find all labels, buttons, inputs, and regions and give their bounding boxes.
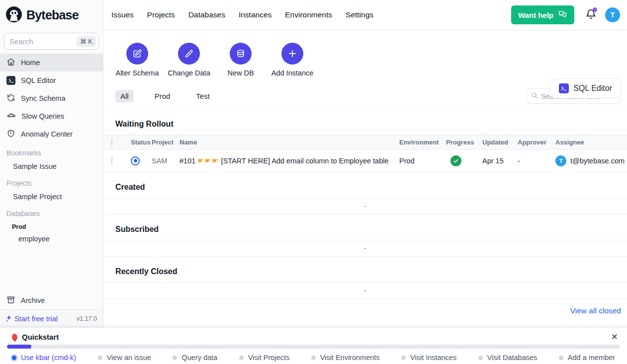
issue-approver: - xyxy=(518,157,555,165)
sidebar-section-bookmarks: Bookmarks xyxy=(0,143,103,159)
step-dot-icon xyxy=(311,356,316,360)
sidebar-item-sql-editor[interactable]: SQL Editor xyxy=(0,72,103,89)
start-free-trial-link[interactable]: Start free trial xyxy=(5,314,58,324)
sidebar-search[interactable]: ⌘ K xyxy=(4,33,99,50)
change-data-button[interactable]: Change Data xyxy=(167,43,211,77)
user-avatar[interactable]: T xyxy=(605,7,620,22)
pencil-icon xyxy=(178,43,200,65)
search-input[interactable] xyxy=(9,37,77,46)
step-dot-icon xyxy=(98,356,102,360)
sidebar-item-home[interactable]: Home xyxy=(0,54,103,72)
sql-editor-button[interactable]: SQL Editor xyxy=(550,78,621,98)
content: Alter Schema Change Data New DB xyxy=(103,30,627,328)
column-header: Project xyxy=(152,139,179,146)
main-area: Issues Projects Databases Instances Envi… xyxy=(103,0,627,328)
nav-issues[interactable]: Issues xyxy=(111,10,134,19)
assignee-email: t@bytebase.com xyxy=(570,157,625,165)
quickstart-link-query-data[interactable]: Query data xyxy=(173,354,217,362)
sidebar-item-label: Anomaly Center xyxy=(21,130,73,138)
created-empty: - xyxy=(103,198,627,215)
brand-name: Bytebase xyxy=(26,8,79,22)
tabs-row: All Prod Test xyxy=(103,88,627,109)
quickstart-links: Use kbar (cmd-k) View an issue Query dat… xyxy=(0,349,627,362)
action-label: Change Data xyxy=(168,69,210,77)
sidebar-item-label: SQL Editor xyxy=(21,76,56,84)
env-tabs: All Prod Test xyxy=(115,90,215,102)
tab-test[interactable]: Test xyxy=(191,90,215,102)
sidebar-bottom: Archive Start free trial v1.17.0 xyxy=(0,291,103,328)
step-dot-icon xyxy=(173,356,177,360)
turtle-icon xyxy=(6,111,16,122)
quickstart-link-visit-environments[interactable]: Visit Environments xyxy=(311,354,380,362)
balloon-icon xyxy=(12,334,17,341)
row-checkbox[interactable] xyxy=(111,156,112,165)
app: Bytebase ⌘ K Home SQL Editor Sync Schema xyxy=(0,0,627,328)
sidebar-item-archive[interactable]: Archive xyxy=(0,291,103,309)
sidebar-item-sample-project[interactable]: Sample Project xyxy=(0,190,103,204)
view-all-closed-link[interactable]: View all closed xyxy=(570,306,621,315)
sidebar: Bytebase ⌘ K Home SQL Editor Sync Schema xyxy=(0,0,103,328)
terminal-icon xyxy=(6,76,15,85)
nav-projects[interactable]: Projects xyxy=(147,10,175,19)
column-header: Assignee xyxy=(555,139,627,146)
issue-updated: Apr 15 xyxy=(482,157,518,165)
assignee-avatar: T xyxy=(555,155,566,166)
notification-bell-icon[interactable] xyxy=(585,8,597,21)
sidebar-section-projects: Projects xyxy=(0,173,103,190)
column-header: Status xyxy=(131,139,152,146)
recently-closed-empty: - xyxy=(103,283,627,299)
sidebar-item-label: Archive xyxy=(21,296,45,304)
section-title-waiting-rollout: Waiting Rollout xyxy=(103,109,627,135)
add-instance-button[interactable]: Add Instance xyxy=(270,43,314,77)
issue-table-header: Status Project Name Environment Progress… xyxy=(103,135,627,149)
tab-all[interactable]: All xyxy=(115,90,134,102)
quickstart-link-add-a-member[interactable]: Add a member xyxy=(559,354,615,362)
quickstart-progress-track xyxy=(7,345,620,349)
step-dot-icon xyxy=(478,356,483,360)
column-header: Name xyxy=(179,139,399,146)
trial-row: Start free trial v1.17.0 xyxy=(0,309,103,328)
quickstart-link-view-an-issue[interactable]: View an issue xyxy=(98,354,151,362)
tab-prod[interactable]: Prod xyxy=(150,90,176,102)
section-title-recently-closed: Recently Closed xyxy=(103,257,627,282)
nav-settings[interactable]: Settings xyxy=(346,10,373,19)
quickstart-link-use-kbar[interactable]: Use kbar (cmd-k) xyxy=(12,354,76,362)
view-all-row: View all closed xyxy=(103,299,627,323)
section-title-subscribed: Subscribed xyxy=(103,215,627,240)
version-label: v1.17.0 xyxy=(77,315,97,322)
alter-schema-button[interactable]: Alter Schema xyxy=(115,43,159,77)
issue-assignee: T t@bytebase.com xyxy=(555,155,627,166)
quickstart-link-visit-databases[interactable]: Visit Databases xyxy=(478,354,537,362)
progress-done-icon xyxy=(450,155,461,166)
select-all-checkbox[interactable] xyxy=(111,138,112,146)
bytebase-logo-icon xyxy=(5,5,23,25)
quick-actions: Alter Schema Change Data New DB xyxy=(103,30,627,77)
column-header: Updated xyxy=(482,139,518,146)
close-icon[interactable]: ✕ xyxy=(611,333,618,341)
nav-databases[interactable]: Databases xyxy=(188,10,225,19)
logo[interactable]: Bytebase xyxy=(0,0,103,30)
sidebar-item-employee-db[interactable]: employee xyxy=(0,232,103,245)
issue-name[interactable]: #101☛☛☛[START HERE] Add email column to … xyxy=(179,156,399,165)
quickstart-link-visit-projects[interactable]: Visit Projects xyxy=(239,354,290,362)
nav-instances[interactable]: Instances xyxy=(239,10,271,19)
issue-row[interactable]: SAM #101☛☛☛[START HERE] Add email column… xyxy=(103,149,627,172)
sync-icon xyxy=(6,93,15,104)
archive-icon xyxy=(6,295,15,306)
issue-environment: Prod xyxy=(399,157,446,165)
nav-environments[interactable]: Environments xyxy=(285,10,332,19)
action-label: Alter Schema xyxy=(115,69,159,77)
sidebar-item-anomaly-center[interactable]: Anomaly Center xyxy=(0,125,103,143)
want-help-button[interactable]: Want help xyxy=(511,5,574,24)
quickstart-link-visit-instances[interactable]: Visit Instances xyxy=(401,354,456,362)
action-label: New DB xyxy=(227,69,254,77)
sidebar-item-sync-schema[interactable]: Sync Schema xyxy=(0,89,103,107)
notification-badge xyxy=(593,7,597,12)
sidebar-item-sample-issue[interactable]: Sample Issue xyxy=(0,159,103,173)
want-help-label: Want help xyxy=(518,11,553,19)
sidebar-item-slow-queries[interactable]: Slow Queries xyxy=(0,107,103,125)
shield-alert-icon xyxy=(6,129,15,140)
new-db-button[interactable]: New DB xyxy=(219,43,263,77)
quickstart-title: Quickstart xyxy=(22,333,59,341)
sidebar-item-label: Sync Schema xyxy=(21,94,65,102)
